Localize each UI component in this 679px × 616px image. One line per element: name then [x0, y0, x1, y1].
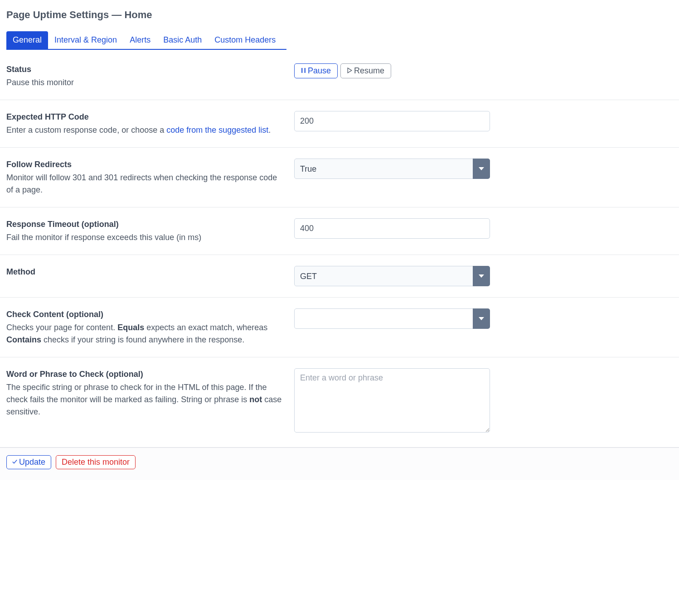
response-timeout-help: Fail the monitor if response exceeds thi…	[6, 231, 283, 244]
row-follow-redirects: Follow Redirects Monitor will follow 301…	[0, 148, 679, 207]
tab-interval-region[interactable]: Interval & Region	[48, 31, 123, 49]
response-timeout-input[interactable]	[294, 218, 490, 239]
update-button-label: Update	[19, 457, 45, 467]
expected-code-input[interactable]	[294, 111, 490, 131]
tab-alerts[interactable]: Alerts	[123, 31, 157, 49]
page-title: Page Uptime Settings — Home	[0, 7, 679, 31]
response-timeout-label: Response Timeout (optional)	[6, 218, 283, 231]
pause-icon	[301, 66, 306, 76]
check-content-label: Check Content (optional)	[6, 308, 283, 321]
row-word-phrase: Word or Phrase to Check (optional) The s…	[0, 357, 679, 448]
pause-button-label: Pause	[308, 66, 331, 76]
delete-button-label: Delete this monitor	[62, 457, 130, 467]
row-method: Method GET	[0, 255, 679, 298]
word-phrase-label: Word or Phrase to Check (optional)	[6, 368, 283, 380]
delete-monitor-button[interactable]: Delete this monitor	[56, 455, 136, 469]
tab-custom-headers[interactable]: Custom Headers	[208, 31, 282, 49]
row-response-timeout: Response Timeout (optional) Fail the mon…	[0, 207, 679, 255]
method-label: Method	[6, 266, 283, 278]
resume-button[interactable]: Resume	[340, 63, 391, 78]
tabs-bar: General Interval & Region Alerts Basic A…	[6, 31, 286, 50]
check-icon	[12, 457, 17, 467]
resume-button-label: Resume	[354, 66, 384, 76]
word-phrase-help: The specific string or phrase to check f…	[6, 381, 283, 418]
row-expected-code: Expected HTTP Code Enter a custom respon…	[0, 100, 679, 148]
footer-actions: Update Delete this monitor	[0, 448, 679, 480]
follow-redirects-label: Follow Redirects	[6, 159, 283, 171]
update-button[interactable]: Update	[6, 455, 51, 469]
check-content-help: Checks your page for content. Equals exp…	[6, 322, 283, 346]
word-phrase-textarea[interactable]	[294, 368, 490, 433]
expected-code-help: Enter a custom response code, or choose …	[6, 124, 283, 136]
status-help: Pause this monitor	[6, 77, 283, 89]
follow-redirects-select[interactable]: True	[294, 159, 490, 179]
check-content-select[interactable]	[294, 308, 490, 329]
follow-redirects-help: Monitor will follow 301 and 301 redirect…	[6, 172, 283, 196]
pause-button[interactable]: Pause	[294, 63, 338, 78]
play-icon	[347, 66, 352, 76]
expected-code-label: Expected HTTP Code	[6, 111, 283, 123]
row-check-content: Check Content (optional) Checks your pag…	[0, 298, 679, 357]
row-status: Status Pause this monitor Pause Resume	[0, 50, 679, 100]
svg-marker-2	[348, 68, 352, 73]
tab-basic-auth[interactable]: Basic Auth	[157, 31, 208, 49]
status-label: Status	[6, 63, 283, 76]
code-list-link[interactable]: code from the suggested list	[166, 125, 268, 135]
method-select[interactable]: GET	[294, 266, 490, 286]
tab-general[interactable]: General	[6, 31, 48, 49]
